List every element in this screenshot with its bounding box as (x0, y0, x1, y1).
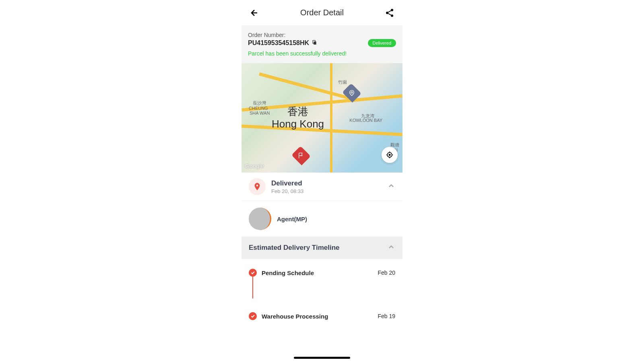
status-badge: Delivered (368, 39, 396, 47)
locate-button[interactable] (382, 147, 398, 163)
check-icon (249, 269, 257, 277)
timeline-title: Estimated Delivery Timeline (249, 244, 340, 252)
share-icon[interactable] (385, 8, 394, 18)
order-number-label: Order Number: (248, 32, 396, 38)
map-label-cheung-en2: SHA WAN (250, 111, 270, 115)
app-screen: Order Detail Order Number: PU41595354515… (242, 0, 402, 362)
timeline-item-date: Feb 19 (378, 313, 395, 320)
status-time: Feb 20, 08:33 (271, 188, 387, 194)
timeline-item-label: Warehouse Processing (262, 313, 328, 320)
order-number-value: PU415953545158HK (248, 39, 309, 47)
copy-icon[interactable] (312, 39, 317, 47)
map-label-kowloon-en: KOWLOON BAY (349, 118, 382, 123)
location-pin-icon (249, 178, 266, 195)
current-status-row[interactable]: Delivered Feb 20, 08:33 (242, 173, 402, 201)
check-icon (249, 312, 257, 320)
home-indicator[interactable] (294, 357, 350, 359)
map-label-zhuyan: 竹園 (338, 79, 347, 85)
agent-name: Agent(MP) (277, 216, 307, 222)
map-label-cheung-zh: 長沙灣 (253, 100, 266, 106)
delivery-success-message: Parcel has been successfully delivered! (248, 50, 396, 57)
chevron-up-icon[interactable] (387, 182, 395, 191)
timeline-item: Warehouse Processing Feb 19 (249, 307, 395, 325)
order-number-row: PU415953545158HK (248, 39, 317, 47)
map-city-label: 香港 Hong Kong (272, 105, 324, 130)
chevron-up-icon[interactable] (387, 243, 395, 253)
agent-avatar[interactable] (249, 208, 271, 230)
svg-point-1 (386, 12, 388, 14)
svg-point-0 (391, 9, 393, 11)
map-view[interactable]: 長沙灣 CHEUNG SHA WAN 九龙湾 KOWLOON BAY 觀塘 KW… (242, 63, 402, 173)
svg-rect-3 (314, 41, 316, 45)
timeline-item-date: Feb 20 (378, 269, 395, 276)
svg-point-5 (351, 92, 353, 93)
timeline-item-label: Pending Schedule (262, 269, 314, 276)
timeline-items: Pending Schedule Feb 20 Warehouse Proces… (242, 259, 402, 330)
svg-point-2 (391, 14, 393, 17)
order-info-card: Order Number: PU415953545158HK Delivered… (242, 25, 402, 63)
page-title: Order Detail (300, 8, 344, 17)
back-icon[interactable] (250, 8, 259, 18)
map-label-cheung-en1: CHEUNG (249, 106, 268, 111)
svg-point-7 (389, 154, 390, 155)
header-bar: Order Detail (242, 0, 402, 25)
agent-row: Agent(MP) (242, 201, 402, 237)
map-city-zh: 香港 (272, 105, 324, 118)
timeline-header[interactable]: Estimated Delivery Timeline (242, 237, 402, 259)
status-title: Delivered (271, 179, 387, 187)
map-city-en: Hong Kong (272, 118, 324, 130)
map-attribution: Google (245, 162, 264, 169)
map-pin-destination[interactable] (291, 146, 311, 165)
timeline-item: Pending Schedule Feb 20 (249, 264, 395, 282)
